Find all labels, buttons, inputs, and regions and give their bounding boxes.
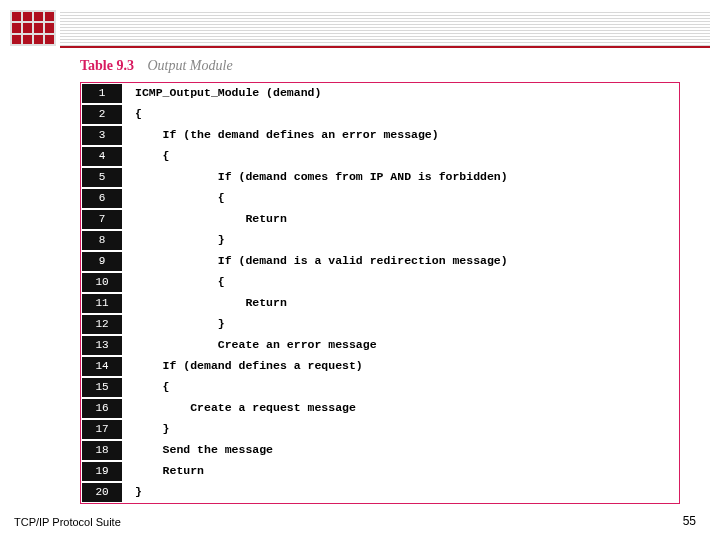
line-number: 9: [81, 251, 123, 272]
line-number: 5: [81, 167, 123, 188]
line-number: 6: [81, 188, 123, 209]
line-number-column: 1234567891011121314151617181920: [81, 83, 123, 503]
code-line: Create a request message: [135, 398, 679, 419]
line-number: 15: [81, 377, 123, 398]
line-number: 1: [81, 83, 123, 104]
code-line: }: [135, 482, 679, 503]
line-number: 3: [81, 125, 123, 146]
caption-title: Output Module: [147, 58, 232, 73]
line-number: 18: [81, 440, 123, 461]
content-area: Table 9.3 Output Module 1234567891011121…: [80, 58, 680, 504]
line-number: 19: [81, 461, 123, 482]
line-number: 20: [81, 482, 123, 503]
code-line: }: [135, 419, 679, 440]
code-line: }: [135, 314, 679, 335]
line-number: 4: [81, 146, 123, 167]
line-number: 8: [81, 230, 123, 251]
code-line: }: [135, 230, 679, 251]
line-number: 17: [81, 419, 123, 440]
line-number: 7: [81, 209, 123, 230]
code-listing: 1234567891011121314151617181920 ICMP_Out…: [80, 82, 680, 504]
code-line: Return: [135, 461, 679, 482]
code-line: {: [135, 377, 679, 398]
code-line: Create an error message: [135, 335, 679, 356]
code-line: Return: [135, 293, 679, 314]
line-number: 12: [81, 314, 123, 335]
code-line: ICMP_Output_Module (demand): [135, 83, 679, 104]
line-number: 2: [81, 104, 123, 125]
code-line: If (demand comes from IP AND is forbidde…: [135, 167, 679, 188]
code-line: {: [135, 104, 679, 125]
code-line: {: [135, 146, 679, 167]
header-hatch-decoration: [60, 10, 710, 48]
line-number: 14: [81, 356, 123, 377]
line-number: 11: [81, 293, 123, 314]
caption-number: Table 9.3: [80, 58, 134, 73]
page-number: 55: [683, 514, 696, 528]
code-line: If (the demand defines an error message): [135, 125, 679, 146]
code-line: Send the message: [135, 440, 679, 461]
grid-logo-icon: [10, 10, 56, 46]
code-line: {: [135, 272, 679, 293]
line-number: 16: [81, 398, 123, 419]
table-caption: Table 9.3 Output Module: [80, 58, 680, 74]
code-column: ICMP_Output_Module (demand){ If (the dem…: [123, 83, 679, 503]
line-number: 10: [81, 272, 123, 293]
code-line: If (demand defines a request): [135, 356, 679, 377]
footer-title: TCP/IP Protocol Suite: [14, 516, 121, 528]
code-line: If (demand is a valid redirection messag…: [135, 251, 679, 272]
code-line: Return: [135, 209, 679, 230]
line-number: 13: [81, 335, 123, 356]
code-line: {: [135, 188, 679, 209]
